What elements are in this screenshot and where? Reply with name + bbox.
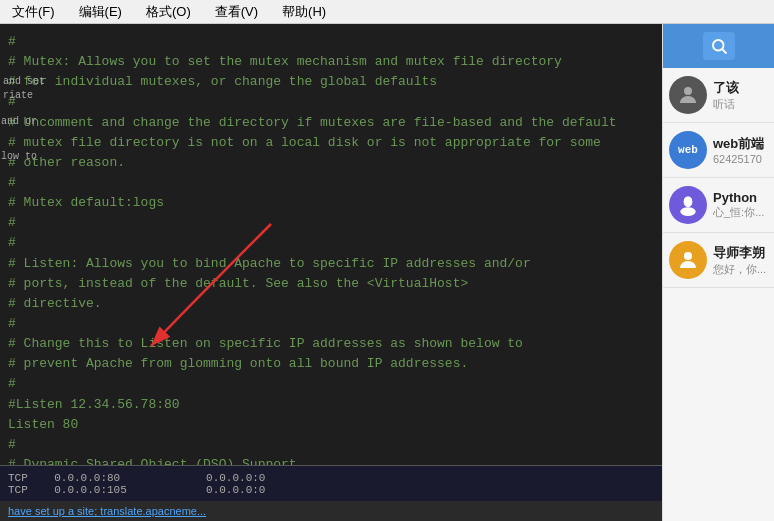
code-line-14: # [8, 314, 654, 334]
sidebar-item-2-sub: 62425170 [713, 153, 768, 165]
search-button[interactable] [703, 32, 735, 60]
sidebar-item-2-name: web前端 [713, 135, 768, 153]
code-line-11: # Listen: Allows you to bind Apache to s… [8, 254, 654, 274]
menu-help[interactable]: 帮助(H) [278, 2, 330, 22]
code-line-2: # for individual mutexes, or change the … [8, 72, 654, 92]
avatar-1 [669, 76, 707, 114]
code-line-9: # [8, 213, 654, 233]
sidebar-item-4-name: 导师李朔 [713, 244, 768, 262]
code-line-18: #Listen 12.34.56.78:80 [8, 395, 654, 415]
sidebar-item-1-sub: 听话 [713, 97, 768, 112]
sidebar-item-3-name: Python [713, 190, 768, 205]
net-line-2: TCP 0.0.0.0:105 0.0.0.0:0 [8, 484, 654, 496]
sidebar-item-4[interactable]: 导师李朔 您好，你... [663, 233, 774, 288]
code-line-1: # Mutex: Allows you to set the mutex mec… [8, 52, 654, 72]
code-line-20: # [8, 435, 654, 455]
net-line-1: TCP 0.0.0.0:80 0.0.0.0:0 [8, 472, 654, 484]
code-line-5: # mutex file directory is not on a local… [8, 133, 654, 153]
sidebar-item-1[interactable]: 了该 听话 [663, 68, 774, 123]
code-line-16: # prevent Apache from glomming onto all … [8, 354, 654, 374]
code-line-17: # [8, 374, 654, 394]
menubar: 文件(F) 编辑(E) 格式(O) 查看(V) 帮助(H) [0, 0, 774, 24]
sidebar-item-2[interactable]: web web前端 62425170 [663, 123, 774, 178]
svg-point-8 [684, 196, 693, 207]
translate-link[interactable]: have set up a site; translate.apacneme..… [8, 505, 206, 517]
code-line-7: # [8, 173, 654, 193]
bottom-panel: TCP 0.0.0.0:80 0.0.0.0:0 TCP 0.0.0.0:105… [0, 465, 662, 501]
menu-view[interactable]: 查看(V) [211, 2, 262, 22]
avatar-4 [669, 241, 707, 279]
svg-point-7 [684, 87, 692, 95]
menu-format[interactable]: 格式(O) [142, 2, 195, 22]
code-line-4: # Uncomment and change the directory if … [8, 113, 654, 133]
sidebar-item-1-name: 了该 [713, 79, 768, 97]
sidebar-item-3[interactable]: Python 心_恒:你... [663, 178, 774, 233]
code-line-0: # [8, 32, 654, 52]
translate-bar: have set up a site; translate.apacneme..… [0, 501, 662, 521]
code-line-3: # [8, 92, 654, 112]
sidebar-item-3-sub: 心_恒:你... [713, 205, 768, 220]
code-line-19: Listen 80 [8, 415, 654, 435]
code-panel: ## Mutex: Allows you to set the mutex me… [0, 24, 662, 521]
code-line-15: # Change this to Listen on specific IP a… [8, 334, 654, 354]
menu-file[interactable]: 文件(F) [8, 2, 59, 22]
avatar-2: web [669, 131, 707, 169]
code-content: ## Mutex: Allows you to set the mutex me… [0, 28, 662, 521]
menu-edit[interactable]: 编辑(E) [75, 2, 126, 22]
svg-line-6 [722, 49, 726, 53]
svg-point-9 [680, 207, 695, 216]
svg-point-10 [684, 252, 692, 260]
code-line-13: # directive. [8, 294, 654, 314]
svg-point-5 [713, 40, 724, 51]
code-line-10: # [8, 233, 654, 253]
avatar-3 [669, 186, 707, 224]
sidebar-item-4-sub: 您好，你... [713, 262, 768, 277]
right-sidebar: 了该 听话 web web前端 62425170 Python 心_恒:你... [662, 24, 774, 521]
sidebar-search-bar [663, 24, 774, 68]
code-line-6: # other reason. [8, 153, 654, 173]
code-line-8: # Mutex default:logs [8, 193, 654, 213]
code-line-12: # ports, instead of the default. See als… [8, 274, 654, 294]
